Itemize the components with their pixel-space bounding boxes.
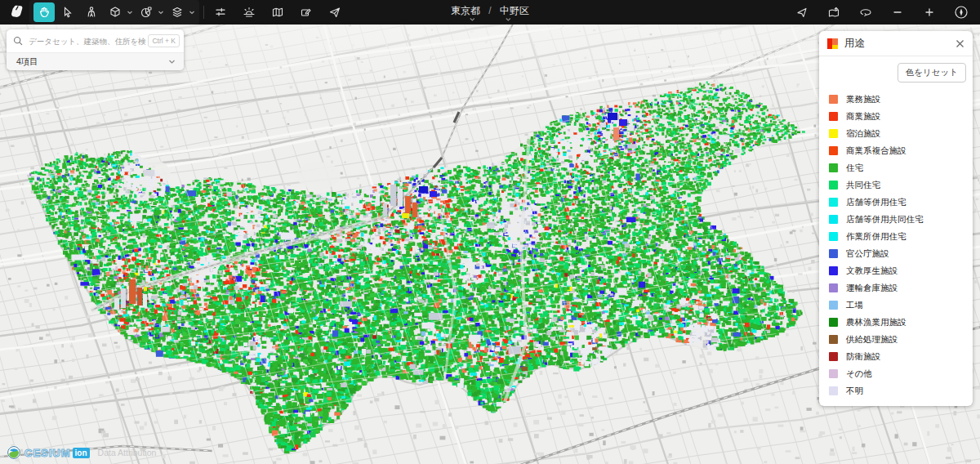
legend-item[interactable]: 店舗等併用共同住宅 xyxy=(829,211,973,228)
legend-color-swatch[interactable] xyxy=(829,249,838,258)
legend-item[interactable]: 店舗等併用住宅 xyxy=(829,194,973,211)
legend-item-label: 工場 xyxy=(846,300,863,311)
legend-item-label: 店舗等併用共同住宅 xyxy=(846,214,924,225)
legend-color-swatch[interactable] xyxy=(829,318,838,327)
attribution-bar: CESIUM ion Data Attribution xyxy=(7,445,156,460)
legend-color-swatch[interactable] xyxy=(829,95,838,104)
legend-item-label: 宿泊施設 xyxy=(846,128,880,140)
legend-color-swatch[interactable] xyxy=(829,301,838,310)
search-icon xyxy=(13,36,23,46)
legend-item[interactable]: 商業系複合施設 xyxy=(829,142,973,159)
legend-item-label: 業務施設 xyxy=(846,94,880,105)
legend-color-swatch[interactable] xyxy=(829,198,838,207)
top-toolbar: 東京都 / 中野区 xyxy=(0,0,980,25)
legend-item-label: 農林漁業用施設 xyxy=(846,317,906,328)
dataset-count-dropdown[interactable]: 4項目 xyxy=(7,52,184,70)
search-input[interactable] xyxy=(27,36,148,47)
legend-item[interactable]: 業務施設 xyxy=(829,91,973,108)
legend-item[interactable]: 商業施設 xyxy=(829,108,973,125)
legend-item-label: 文教厚生施設 xyxy=(846,265,898,277)
map-book-tool[interactable] xyxy=(267,2,288,22)
legend-color-swatch[interactable] xyxy=(829,129,838,138)
legend-item-label: 店舗等併用住宅 xyxy=(846,197,906,208)
compass-button[interactable] xyxy=(951,2,972,22)
chevron-down-icon[interactable] xyxy=(505,17,511,22)
sliders-tool[interactable] xyxy=(210,2,231,22)
legend-color-swatch[interactable] xyxy=(829,335,838,344)
legend-item-label: 運輸倉庫施設 xyxy=(846,283,898,294)
chevron-down-icon[interactable] xyxy=(127,9,133,16)
legend-item[interactable]: その他 xyxy=(829,365,973,382)
legend-item[interactable]: 共同住宅 xyxy=(829,176,973,194)
cesium-ion-badge[interactable]: ion xyxy=(73,448,90,458)
legend-item-label: 住宅 xyxy=(846,163,863,174)
legend-title: 用途 xyxy=(844,37,956,51)
legend-item-label: 供給処理施設 xyxy=(846,334,898,346)
breadcrumb-city[interactable]: 中野区 xyxy=(500,4,529,18)
legend-item[interactable]: 工場 xyxy=(829,297,973,314)
chevron-down-icon[interactable] xyxy=(158,9,164,16)
navigation-arrow-button[interactable] xyxy=(791,2,813,22)
legend-item[interactable]: 防衛施設 xyxy=(829,348,973,365)
sketch-edit-tool[interactable] xyxy=(296,2,317,22)
legend-color-swatch[interactable] xyxy=(829,112,838,121)
close-icon[interactable] xyxy=(956,39,964,48)
hand-grab-tool[interactable] xyxy=(33,2,55,22)
zoom-in-button[interactable] xyxy=(919,2,940,22)
legend-color-swatch[interactable] xyxy=(829,181,838,190)
box-3d-tool[interactable] xyxy=(105,2,126,22)
breadcrumb: 東京都 / 中野区 xyxy=(451,0,528,25)
legend-item-label: 防衛施設 xyxy=(846,351,880,363)
legend-color-swatch[interactable] xyxy=(829,283,838,292)
chevron-down-icon xyxy=(168,59,176,65)
toolbar-divider xyxy=(203,6,204,19)
legend-color-swatch[interactable] xyxy=(829,352,838,361)
layers-tool[interactable] xyxy=(167,2,188,22)
legend-color-swatch[interactable] xyxy=(829,232,838,241)
legend-palette-icon xyxy=(827,38,838,49)
legend-item-label: 不明 xyxy=(846,386,863,397)
shortcut-badge: Ctrl + K xyxy=(148,34,180,47)
cesium-brand-text[interactable]: CESIUM xyxy=(24,447,71,459)
legend-item[interactable]: 作業所併用住宅 xyxy=(829,228,973,245)
legend-item[interactable]: 宿泊施設 xyxy=(829,125,973,142)
share-plane-tool[interactable] xyxy=(324,2,345,22)
legend-panel: 用途 色をリセット 業務施設商業施設宿泊施設商業系複合施設住宅共同住宅店舗等併用… xyxy=(819,31,973,406)
legend-item[interactable]: 農林漁業用施設 xyxy=(829,314,973,331)
legend-item-label: 商業施設 xyxy=(846,111,880,123)
legend-color-swatch[interactable] xyxy=(829,266,838,275)
zoom-out-button[interactable] xyxy=(887,2,908,22)
legend-item-label: その他 xyxy=(846,368,872,380)
legend-color-swatch[interactable] xyxy=(829,369,838,378)
legend-color-swatch[interactable] xyxy=(829,386,838,395)
chevron-down-icon[interactable] xyxy=(189,9,195,16)
legend-item[interactable]: 運輸倉庫施設 xyxy=(829,279,973,297)
orbit-loop-button[interactable] xyxy=(855,2,876,22)
legend-item[interactable]: 不明 xyxy=(829,382,973,399)
data-attribution-link[interactable]: Data Attribution xyxy=(98,448,157,457)
pedestrian-tool[interactable] xyxy=(81,2,102,22)
map-export-button[interactable] xyxy=(823,2,844,22)
select-cursor-tool[interactable] xyxy=(57,2,78,22)
breadcrumb-separator: / xyxy=(488,5,491,16)
sun-shadow-tool[interactable] xyxy=(238,2,260,22)
legend-color-swatch[interactable] xyxy=(829,146,838,155)
legend-item-label: 官公庁施設 xyxy=(846,248,889,260)
reearth-logo-icon[interactable] xyxy=(8,4,24,20)
dataset-count-label: 4項目 xyxy=(16,56,38,68)
legend-item-label: 商業系複合施設 xyxy=(846,145,906,157)
legend-color-swatch[interactable] xyxy=(829,163,838,172)
legend-color-swatch[interactable] xyxy=(829,215,838,224)
globe-analysis-tool[interactable] xyxy=(136,2,157,22)
legend-item-label: 作業所併用住宅 xyxy=(846,231,906,243)
chevron-down-icon[interactable] xyxy=(469,17,475,22)
legend-item[interactable]: 文教厚生施設 xyxy=(829,262,973,279)
breadcrumb-prefecture[interactable]: 東京都 xyxy=(451,4,480,18)
cesium-logo-icon xyxy=(7,445,21,460)
legend-item[interactable]: 官公庁施設 xyxy=(829,245,973,262)
legend-item[interactable]: 供給処理施設 xyxy=(829,331,973,348)
reset-colors-button[interactable]: 色をリセット xyxy=(898,63,966,83)
tool-strip xyxy=(29,0,199,25)
legend-item[interactable]: 住宅 xyxy=(829,159,973,176)
legend-item-label: 共同住宅 xyxy=(846,180,880,191)
